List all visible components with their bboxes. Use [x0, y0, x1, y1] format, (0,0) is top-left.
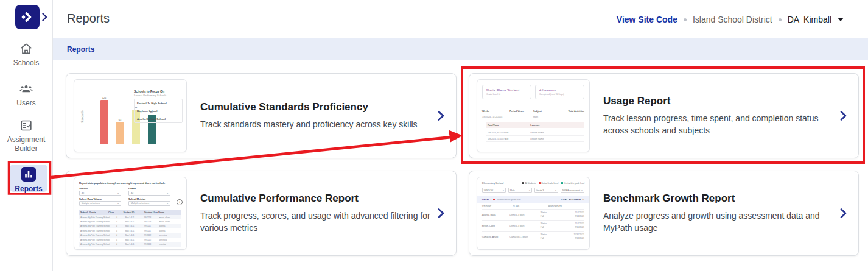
table-row: Camacho, Arturo Camacho 4-3 Math WinterF…: [482, 231, 584, 242]
card-title: Usage Report: [603, 95, 833, 107]
summary-row: LEVEL 1 students below grade level TOTAL…: [477, 196, 589, 203]
card-description: Track lesson progress, time spent, and c…: [603, 112, 833, 137]
assignment-builder-icon: [19, 118, 33, 133]
table-row: 1/8/2024, 6:15:03 PM Lesson Name: [486, 130, 584, 136]
legend-item: On track to grade level: [561, 182, 584, 185]
header-right: View Site Code Island School District DA…: [617, 15, 844, 24]
app-root: Schools Users Assignment Builder: [0, 0, 868, 276]
chart-y-axis-label: Standards: [81, 103, 84, 131]
table-row: Arizona MyPath Training School 4 Mac's 4…: [79, 242, 181, 246]
table-row: Arizona MyPath Training School 4 Mac's 4…: [79, 215, 181, 219]
stat-title: Maria Elena Student: [486, 88, 527, 92]
filter-select: All: [79, 191, 121, 196]
table-header-row: SchoolGradeClassStudent IDStudent User N…: [79, 210, 181, 215]
stat-subtitle: Completed (Last 90 Days): [539, 93, 580, 96]
user-initials: DA: [788, 15, 799, 24]
bar-value: 125: [102, 96, 107, 99]
table-header-row: Weeks Period Views Subject Total Activit…: [482, 110, 584, 113]
card-title: Cumulative Performance Report: [200, 193, 430, 205]
view-site-code-link[interactable]: View Site Code: [617, 15, 677, 24]
card-description: Track standards mastery and proficiency …: [200, 118, 430, 130]
sync-notice: Report data populates through an overnig…: [79, 182, 181, 185]
chevron-right-icon[interactable]: [839, 110, 847, 121]
filter-row: WINDOWMathGrade 3NWEA assessment: [482, 188, 584, 193]
focus-schools-panel: Schools to Focus On Lowest Performing Sc…: [134, 90, 183, 123]
legend: All Students Below Grade Level On track …: [522, 182, 584, 185]
chevron-right-icon[interactable]: [839, 208, 847, 219]
filter-select: Multiple selections: [79, 201, 121, 206]
list-item: Amelia Earhart School: [135, 115, 182, 122]
legend-item: All Students: [522, 182, 536, 185]
bar-value: 63: [119, 118, 121, 121]
below-grade-dot: [493, 199, 495, 200]
table-header-row: Date/Time Lessons: [486, 122, 584, 128]
sidebar-item-users[interactable]: Users: [0, 82, 52, 108]
panel-title: Schools to Focus On: [134, 90, 183, 93]
table-body: Arizona MyPath Training School 4 Mac's 4…: [79, 215, 181, 247]
card-cumulative-performance-report[interactable]: Report data populates through an overnig…: [66, 171, 457, 256]
breadcrumb[interactable]: Reports: [67, 45, 94, 54]
district-name: Island School District: [693, 15, 772, 24]
legend-item: Below Grade Level: [539, 182, 558, 185]
bar: [116, 122, 124, 144]
table-row: 1/8/2024 - 1/12/2024 Math: [482, 116, 584, 118]
sidebar-expand-icon[interactable]: [42, 13, 47, 21]
card-usage-report[interactable]: Maria Elena Student Grade Level: 4 4 Les…: [469, 73, 859, 158]
chevron-right-icon[interactable]: [436, 110, 445, 121]
standards-chart-thumbnail: Standards 125 63 98 85 Schools to Focus …: [74, 79, 187, 152]
card-cumulative-standards-proficiency[interactable]: Standards 125 63 98 85 Schools to Focus …: [66, 73, 457, 158]
filter-select: Math: [508, 188, 532, 193]
user-name: Kimball: [803, 15, 831, 24]
breadcrumb-bar: Reports: [53, 38, 868, 60]
stat-title: 4 Lessons: [539, 88, 580, 92]
stat-subtitle: Grade Level: 4: [486, 93, 527, 96]
school-list: Encinal Jr. High SchoolBayfarm SchoolAme…: [134, 99, 183, 123]
dot-separator: [779, 18, 782, 21]
chevron-right-icon[interactable]: [436, 208, 445, 219]
table-row: 1/8/2024, 5:30:07 AM Lesson Name: [486, 136, 584, 142]
filter-select: Multiple selections: [128, 201, 170, 206]
table-row: Arizona MyPath Training School 4 Mac's 4…: [79, 219, 181, 224]
filter-select: WINDOW: [482, 188, 506, 193]
users-icon: [19, 82, 33, 96]
logo-arrow-icon: [19, 9, 35, 25]
legend-dot: [522, 182, 524, 184]
card-benchmark-growth-report[interactable]: Elementary School All Students Below Gra…: [469, 171, 859, 256]
sidebar-item-label: Reports: [10, 185, 47, 193]
panel-subtitle: Lowest Performing Schools: [134, 94, 183, 97]
list-item: Encinal Jr. High School: [135, 99, 182, 107]
sidebar-item-reports[interactable]: Reports: [10, 165, 47, 192]
page-title: Reports: [67, 12, 110, 26]
sidebar-item-label: Users: [0, 99, 52, 108]
filter-select: NWEA assessment: [561, 188, 584, 193]
dot-separator: [684, 18, 687, 21]
card-title: Benchmark Growth Report: [603, 193, 833, 205]
filter-select: All: [128, 191, 170, 196]
info-icon: i: [177, 199, 183, 205]
bottom-divider: [0, 271, 868, 271]
lesson-rows: 1/8/2024, 6:15:03 PM Lesson Name 1/8/202…: [486, 130, 584, 142]
table-row: Alvarez, Maria Demo 4-3 Math WinterFall …: [482, 209, 584, 220]
card-description: Analyze progress and growth using assess…: [603, 210, 833, 235]
sidebar: Schools Users Assignment Builder: [0, 0, 53, 271]
stat-card: 4 Lessons Completed (Last 90 Days): [535, 85, 584, 99]
sidebar-item-label: Assignment Builder: [0, 135, 52, 154]
usage-report-thumbnail: Maria Elena Student Grade Level: 4 4 Les…: [477, 79, 590, 152]
app-logo[interactable]: [15, 5, 40, 29]
table-row: Arizona MyPath Training School 4 Mac's 4…: [79, 224, 181, 228]
table-row: Arizona MyPath Training School 4 Mac's 4…: [79, 233, 181, 238]
sidebar-item-schools[interactable]: Schools: [0, 41, 52, 68]
table-row: Arizona MyPath Training School 4 Mac's 4…: [79, 228, 181, 233]
table-body: Alvarez, Maria Demo 4-3 Math WinterFall …: [482, 209, 584, 242]
legend-dot: [561, 182, 563, 184]
table-row: Brown, Caleb Demo 4-3 Math WinterFall 11…: [482, 220, 584, 231]
card-description: Track progress, scores, and usage with a…: [200, 210, 430, 235]
sidebar-item-assignment-builder[interactable]: Assignment Builder: [0, 118, 52, 154]
benchmark-report-thumbnail: Elementary School All Students Below Gra…: [477, 177, 590, 250]
legend-dot: [539, 182, 541, 184]
reports-bar-chart-icon: [21, 167, 36, 182]
card-title: Cumulative Standards Proficiency: [200, 101, 430, 113]
table-row: Arizona MyPath Training School 4 Mac's 4…: [79, 238, 181, 242]
filter-select: Grade 3: [534, 188, 558, 193]
user-menu-caret-icon[interactable]: [838, 18, 844, 21]
